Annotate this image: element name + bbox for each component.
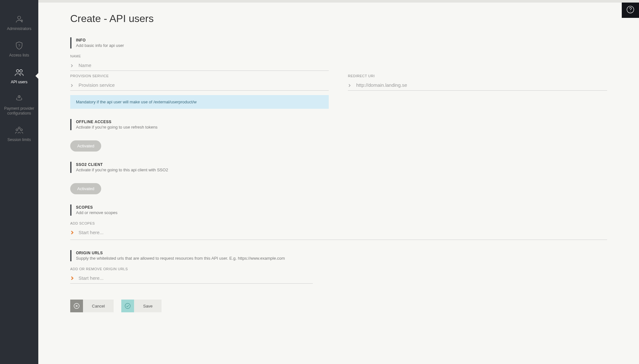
field-label-redirect: REDIRECT URI xyxy=(348,74,607,78)
close-circle-icon xyxy=(70,300,83,312)
section-title: SSO2 CLIENT xyxy=(76,162,607,167)
payment-icon: $ xyxy=(15,94,24,104)
main-content: Create - API users INFO Add basic info f… xyxy=(38,0,639,331)
sidebar-item-administrators[interactable]: Administrators xyxy=(0,10,38,36)
cancel-label: Cancel xyxy=(83,304,114,308)
sidebar-item-payment-provider[interactable]: $ Payment provider configurations xyxy=(0,89,38,121)
chevron-right-icon xyxy=(70,276,75,281)
name-input-wrap[interactable] xyxy=(70,60,329,71)
sidebar-item-label: Administrators xyxy=(5,26,34,31)
section-desc: Add basic info for api user xyxy=(76,43,607,48)
field-label-add-scopes: ADD SCOPES xyxy=(70,221,607,225)
sidebar-item-label: Session limits xyxy=(5,137,33,142)
chevron-right-icon xyxy=(70,83,75,88)
user-icon xyxy=(15,15,24,25)
section-title: ORIGIN URLS xyxy=(76,251,607,255)
users-icon xyxy=(15,68,24,78)
origin-input-wrap[interactable] xyxy=(70,273,313,284)
chevron-right-icon xyxy=(70,63,75,68)
divider xyxy=(70,240,607,240)
svg-point-4 xyxy=(20,70,22,72)
section-header-scopes: SCOPES Add or remove scopes xyxy=(70,204,607,216)
section-origin: ORIGIN URLS Supply the whitelisted urls … xyxy=(70,250,607,284)
redirect-input-wrap[interactable] xyxy=(348,80,607,91)
section-title: INFO xyxy=(76,38,607,42)
sidebar-item-access-lists[interactable]: ? Access lists xyxy=(0,36,38,63)
section-desc: Activate if you're going to use refresh … xyxy=(76,125,607,130)
chevron-right-icon xyxy=(348,83,353,88)
svg-point-9 xyxy=(20,129,22,131)
chevron-right-icon xyxy=(70,230,75,235)
mandatory-note: Mandatory if the api user will make use … xyxy=(70,95,329,109)
cancel-button[interactable]: Cancel xyxy=(70,300,114,312)
action-row: Cancel Save xyxy=(70,300,607,312)
svg-point-7 xyxy=(18,127,20,129)
provision-input-wrap[interactable] xyxy=(70,80,329,91)
sidebar-item-label: API users xyxy=(9,80,29,84)
sidebar-item-label: Payment provider configurations xyxy=(0,106,38,115)
sidebar: Administrators ? Access lists API users … xyxy=(0,0,38,331)
svg-point-11 xyxy=(630,11,630,12)
section-header-offline: OFFLINE ACCESS Activate if you're going … xyxy=(70,119,607,130)
sidebar-item-api-users[interactable]: API users xyxy=(0,63,38,89)
redirect-input[interactable] xyxy=(356,82,607,88)
check-circle-icon xyxy=(121,300,134,312)
field-label-origin-urls: ADD OR REMOVE ORIGIN URLS xyxy=(70,267,313,271)
section-header-sso2: SSO2 CLIENT Activate if you're going to … xyxy=(70,162,607,173)
section-header-origin: ORIGIN URLS Supply the whitelisted urls … xyxy=(70,250,607,261)
field-label-provision: PROVISION SERVICE xyxy=(70,74,329,78)
section-header-info: INFO Add basic info for api user xyxy=(70,37,607,48)
group-icon xyxy=(15,126,24,136)
svg-point-3 xyxy=(16,70,19,72)
shield-icon: ? xyxy=(15,41,24,51)
section-desc: Activate if you're going to this api cli… xyxy=(76,167,607,172)
section-title: OFFLINE ACCESS xyxy=(76,120,607,124)
save-button[interactable]: Save xyxy=(121,300,162,312)
sidebar-item-session-limits[interactable]: Session limits xyxy=(0,121,38,147)
help-icon xyxy=(626,5,635,15)
top-strip xyxy=(38,0,639,3)
svg-point-8 xyxy=(16,129,18,131)
section-offline: OFFLINE ACCESS Activate if you're going … xyxy=(70,119,607,152)
scopes-input[interactable] xyxy=(79,230,607,235)
section-info: INFO Add basic info for api user NAME PR… xyxy=(70,37,607,109)
section-title: SCOPES xyxy=(76,205,607,210)
sso2-activated-button[interactable]: Activated xyxy=(70,183,101,194)
origin-input[interactable] xyxy=(79,275,313,281)
field-label-name: NAME xyxy=(70,54,329,58)
page-title: Create - API users xyxy=(70,13,607,25)
section-sso2: SSO2 CLIENT Activate if you're going to … xyxy=(70,162,607,194)
svg-text:?: ? xyxy=(18,44,20,48)
help-button[interactable] xyxy=(622,3,639,18)
sidebar-item-label: Access lists xyxy=(7,53,31,57)
offline-activated-button[interactable]: Activated xyxy=(70,140,101,152)
name-input[interactable] xyxy=(79,63,329,68)
section-scopes: SCOPES Add or remove scopes ADD SCOPES xyxy=(70,204,607,240)
svg-point-0 xyxy=(18,16,20,19)
save-label: Save xyxy=(134,304,162,308)
section-desc: Supply the whitelisted urls that are all… xyxy=(76,256,607,261)
scopes-input-wrap[interactable] xyxy=(70,227,607,238)
section-desc: Add or remove scopes xyxy=(76,210,607,215)
provision-input[interactable] xyxy=(79,82,329,88)
svg-point-13 xyxy=(125,303,131,309)
